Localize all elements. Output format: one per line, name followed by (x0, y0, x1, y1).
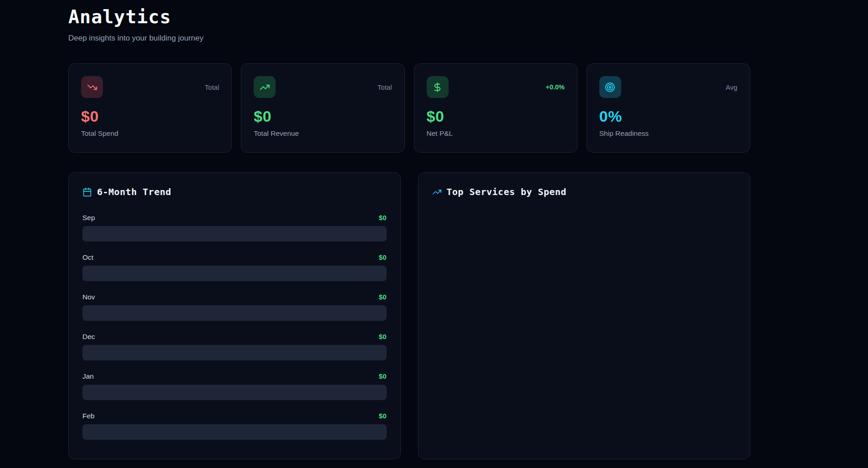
bar-track (82, 305, 387, 321)
month-label: Sep (82, 214, 95, 222)
stat-card-header: Avg (599, 76, 737, 98)
trending-down-icon (81, 76, 103, 98)
trend-panel-header: 6-Month Trend (82, 186, 387, 197)
stat-label: Total Revenue (254, 129, 392, 138)
stat-label: Total Spend (81, 129, 219, 138)
month-label: Oct (82, 253, 93, 262)
stat-label: Ship Readiness (599, 129, 737, 138)
month-value: $0 (379, 412, 387, 420)
stat-badge-change-pct: +0.0% (546, 83, 565, 91)
bar-track (82, 226, 387, 242)
stat-value: $0 (254, 108, 392, 125)
stat-card-total-revenue: Total $0 Total Revenue (241, 63, 404, 153)
stat-label: Net P&L (427, 129, 565, 138)
month-label: Dec (82, 333, 95, 341)
month-value: $0 (379, 253, 387, 261)
stats-grid: Total $0 Total Spend Total $0 Total Reve… (68, 63, 750, 153)
month-label: Nov (82, 293, 95, 301)
stat-card-header: +0.0% (427, 76, 565, 98)
bar-track (82, 266, 387, 281)
month-value: $0 (379, 214, 387, 221)
trend-panel-title: 6-Month Trend (97, 186, 171, 197)
month-value: $0 (379, 293, 387, 301)
stat-card-total-spend: Total $0 Total Spend (68, 63, 232, 153)
stat-badge: Total (205, 83, 220, 91)
stat-badge: Total (378, 83, 392, 91)
stat-badge: Avg (725, 83, 737, 91)
analytics-page: Analytics Deep insights into your buildi… (68, 0, 750, 459)
trending-up-icon (254, 76, 276, 98)
six-month-trend-panel: 6-Month Trend Sep $0 Oct $0 (68, 172, 401, 459)
stat-value: $0 (427, 108, 565, 125)
page-subtitle: Deep insights into your building journey (68, 33, 750, 43)
month-label: Feb (82, 412, 95, 420)
stat-card-header: Total (254, 76, 392, 98)
calendar-icon (82, 187, 92, 197)
target-icon (599, 76, 621, 98)
month-value: $0 (379, 333, 387, 340)
trend-row-sep: Sep $0 (82, 214, 387, 242)
stat-card-header: Total (81, 76, 219, 98)
stat-card-ship-readiness: Avg 0% Ship Readiness (587, 63, 750, 153)
month-value: $0 (379, 372, 387, 380)
trend-row-feb: Feb $0 (82, 412, 387, 440)
stat-value: $0 (81, 108, 219, 125)
panels-grid: 6-Month Trend Sep $0 Oct $0 (68, 172, 750, 459)
trend-row-dec: Dec $0 (82, 333, 387, 360)
trend-row-oct: Oct $0 (82, 253, 387, 281)
dollar-sign-icon (427, 76, 449, 98)
top-services-panel: Top Services by Spend (418, 172, 751, 459)
stat-value: 0% (599, 108, 737, 125)
bar-track (82, 385, 387, 400)
trending-up-icon (432, 187, 442, 197)
page-title: Analytics (68, 6, 750, 27)
services-empty-body (432, 197, 736, 434)
stat-card-net-pnl: +0.0% $0 Net P&L (414, 63, 577, 153)
trend-rows: Sep $0 Oct $0 Nov $0 (82, 214, 387, 440)
bar-track (82, 424, 387, 440)
services-panel-header: Top Services by Spend (432, 186, 736, 197)
month-label: Jan (82, 372, 94, 381)
bar-track (82, 345, 387, 360)
trend-row-jan: Jan $0 (82, 372, 387, 400)
services-panel-title: Top Services by Spend (447, 186, 567, 197)
trend-row-nov: Nov $0 (82, 293, 387, 321)
